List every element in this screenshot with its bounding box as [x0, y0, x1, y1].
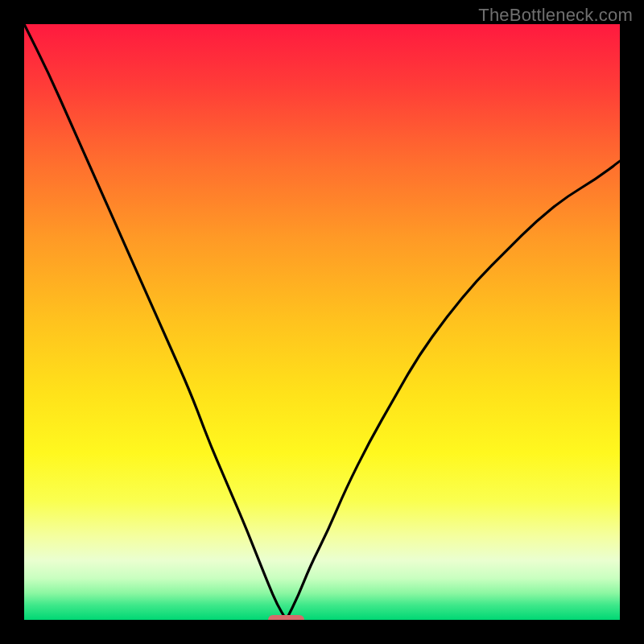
chart-container: TheBottleneck.com: [0, 0, 644, 644]
chart-svg: [24, 24, 620, 620]
watermark-text: TheBottleneck.com: [478, 5, 633, 26]
gradient-background: [24, 24, 620, 620]
optimal-marker: [268, 615, 303, 620]
plot-area: [24, 24, 620, 620]
